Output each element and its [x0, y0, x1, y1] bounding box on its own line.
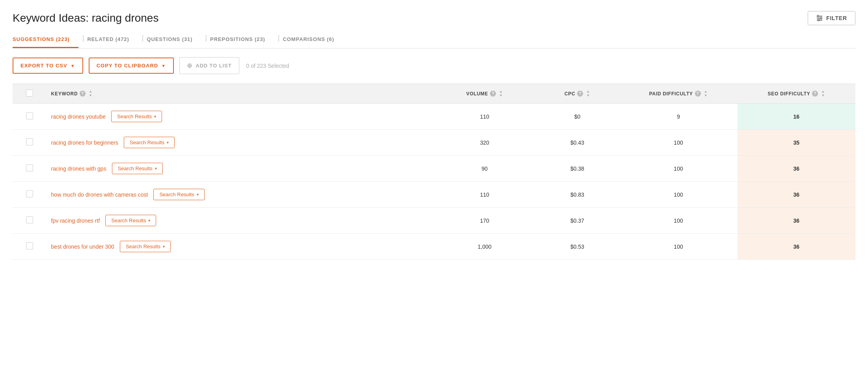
select-all-checkbox[interactable] [26, 89, 33, 97]
search-results-btn-3[interactable]: Search Results ▾ [153, 189, 204, 200]
sort-up: ▲ [821, 90, 825, 93]
th-paid-label: PAID DIFFICULTY [649, 91, 693, 97]
cpc-info-icon[interactable]: ? [577, 91, 583, 97]
table-row: racing drones youtube Search Results ▾ 1… [13, 104, 855, 130]
export-label: EXPORT TO CSV [20, 63, 67, 69]
table-row: fpv racing drones rtf Search Results ▾ 1… [13, 208, 855, 234]
row-checkbox-2[interactable] [26, 164, 33, 171]
seo-info-icon[interactable]: ? [812, 91, 818, 97]
row-seo-difficulty-1: 35 [738, 130, 855, 156]
row-checkbox-cell [13, 156, 47, 182]
sort-down: ▼ [89, 94, 93, 97]
keyword-link-3[interactable]: how much do drones with cameras cost [51, 192, 148, 198]
paid-sort-arrows[interactable]: ▲ ▼ [704, 90, 708, 97]
keyword-link-2[interactable]: racing drones with gps [51, 166, 106, 172]
svg-point-3 [817, 15, 819, 17]
row-volume-5: 1,000 [434, 234, 535, 260]
tab-divider-3: | [205, 34, 207, 46]
search-results-btn-1[interactable]: Search Results ▾ [124, 137, 175, 148]
search-results-btn-4[interactable]: Search Results ▾ [105, 215, 156, 226]
volume-info-icon[interactable]: ? [490, 91, 496, 97]
sort-down: ▼ [499, 94, 503, 97]
row-keyword-5: best drones for under 300 Search Results… [47, 234, 434, 260]
tab-divider-2: | [142, 34, 144, 46]
export-csv-button[interactable]: EXPORT TO CSV ▼ [13, 58, 83, 74]
row-cpc-1: $0.43 [535, 130, 620, 156]
row-checkbox-cell [13, 208, 47, 234]
sort-down: ▼ [704, 94, 708, 97]
row-keyword-3: how much do drones with cameras cost Sea… [47, 182, 434, 208]
keyword-link-0[interactable]: racing drones youtube [51, 113, 106, 120]
copy-clipboard-button[interactable]: COPY TO CLIPBOARD ▼ [89, 58, 174, 74]
export-chevron-icon: ▼ [71, 63, 75, 68]
table-header-row: KEYWORD ? ▲ ▼ VOLUME ? ▲ ▼ [13, 84, 855, 104]
tab-divider-1: | [82, 34, 84, 46]
row-checkbox-3[interactable] [26, 190, 33, 197]
add-list-plus-icon: ⊕ [187, 62, 192, 69]
tab-comparisons[interactable]: COMPARISONS (6) [283, 32, 343, 48]
row-paid-difficulty-2: 100 [619, 156, 737, 182]
keyword-info-icon[interactable]: ? [80, 91, 86, 97]
row-paid-difficulty-5: 100 [619, 234, 737, 260]
row-seo-difficulty-5: 36 [738, 234, 855, 260]
row-paid-difficulty-3: 100 [619, 182, 737, 208]
row-checkbox-1[interactable] [26, 138, 33, 145]
search-results-btn-5[interactable]: Search Results ▾ [120, 241, 171, 252]
cpc-sort-arrows[interactable]: ▲ ▼ [586, 90, 590, 97]
tab-prepositions[interactable]: PREPOSITIONS (23) [210, 32, 274, 48]
sort-down: ▼ [586, 94, 590, 97]
tabs-row: SUGGESTIONS (223) | RELATED (472) | QUES… [13, 32, 855, 48]
search-results-btn-0[interactable]: Search Results ▾ [111, 111, 162, 122]
th-volume: VOLUME ? ▲ ▼ [434, 84, 535, 104]
keyword-link-1[interactable]: racing drones for beginners [51, 140, 118, 146]
row-paid-difficulty-0: 9 [619, 104, 737, 130]
title-light: racing drones [92, 12, 159, 24]
row-checkbox-5[interactable] [26, 242, 33, 249]
sort-up: ▲ [586, 90, 590, 93]
row-seo-difficulty-2: 36 [738, 156, 855, 182]
row-cpc-0: $0 [535, 104, 620, 130]
th-cpc-label: CPC [564, 91, 576, 97]
title-bold: Keyword Ideas: [13, 12, 89, 24]
keyword-sort-arrows[interactable]: ▲ ▼ [89, 90, 93, 97]
row-keyword-2: racing drones with gps Search Results ▾ [47, 156, 434, 182]
keyword-link-4[interactable]: fpv racing drones rtf [51, 218, 100, 224]
table-row: racing drones for beginners Search Resul… [13, 130, 855, 156]
search-results-chevron-3: ▾ [197, 192, 199, 197]
seo-sort-arrows[interactable]: ▲ ▼ [821, 90, 825, 97]
search-results-chevron-1: ▾ [167, 140, 169, 145]
add-list-label: ADD TO LIST [196, 63, 231, 69]
tab-suggestions[interactable]: SUGGESTIONS (223) [13, 32, 78, 48]
filter-button[interactable]: FILTER [808, 11, 855, 25]
th-keyword: KEYWORD ? ▲ ▼ [47, 84, 434, 104]
row-checkbox-0[interactable] [26, 112, 33, 119]
row-cpc-3: $0.83 [535, 182, 620, 208]
tab-related[interactable]: RELATED (472) [87, 32, 138, 48]
header-row: Keyword Ideas: racing drones FILTER [13, 11, 855, 25]
search-results-btn-2[interactable]: Search Results ▾ [112, 163, 163, 174]
tab-questions[interactable]: QUESTIONS (31) [147, 32, 201, 48]
row-keyword-0: racing drones youtube Search Results ▾ [47, 104, 434, 130]
search-results-chevron-4: ▾ [148, 218, 150, 223]
th-checkbox[interactable] [13, 84, 47, 104]
row-seo-difficulty-3: 36 [738, 182, 855, 208]
page-wrapper: Keyword Ideas: racing drones FILTER SUGG… [0, 0, 868, 372]
search-results-chevron-0: ▾ [154, 114, 156, 119]
search-results-label-0: Search Results [117, 113, 152, 119]
volume-sort-arrows[interactable]: ▲ ▼ [499, 90, 503, 97]
keyword-link-5[interactable]: best drones for under 300 [51, 244, 114, 250]
row-checkbox-4[interactable] [26, 216, 33, 223]
th-volume-label: VOLUME [466, 91, 488, 97]
sort-up: ▲ [499, 90, 503, 93]
svg-point-4 [820, 17, 822, 19]
row-keyword-1: racing drones for beginners Search Resul… [47, 130, 434, 156]
table-row: best drones for under 300 Search Results… [13, 234, 855, 260]
row-checkbox-cell [13, 130, 47, 156]
row-seo-difficulty-0: 16 [738, 104, 855, 130]
search-results-label-5: Search Results [126, 244, 160, 249]
paid-info-icon[interactable]: ? [695, 91, 701, 97]
copy-chevron-icon: ▼ [161, 63, 166, 68]
copy-label: COPY TO CLIPBOARD [97, 63, 158, 69]
row-volume-4: 170 [434, 208, 535, 234]
add-to-list-button[interactable]: ⊕ ADD TO LIST [179, 57, 239, 74]
